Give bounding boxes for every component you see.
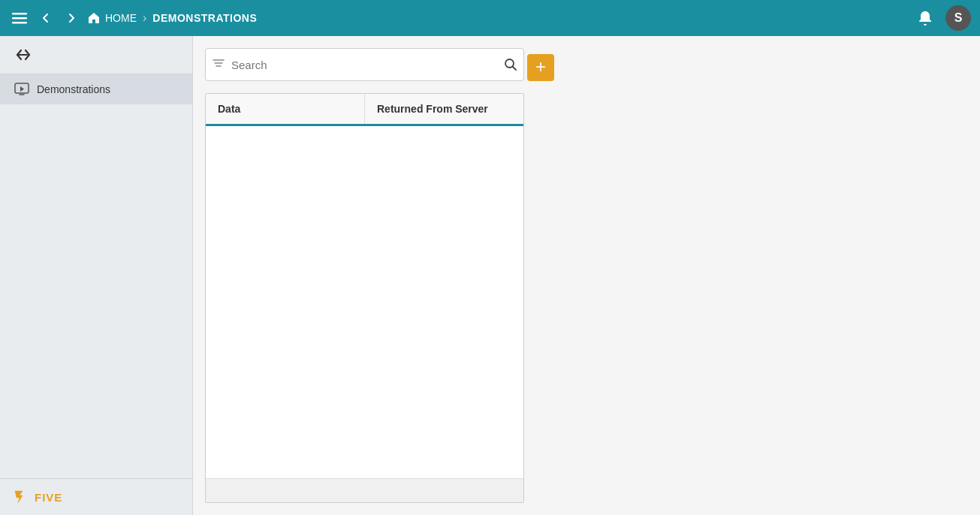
monitor-play-icon [14, 82, 29, 97]
notification-button[interactable] [914, 7, 936, 29]
five-logo: FIVE [12, 488, 180, 506]
bell-icon [917, 10, 933, 26]
sidebar: Demonstrations FIVE [0, 36, 193, 515]
home-icon [87, 11, 101, 25]
column-returned: Returned From Server [365, 94, 523, 124]
topbar-left: HOME › DEMONSTRATIONS [9, 8, 908, 29]
table-body [206, 126, 523, 478]
sidebar-toggle-button[interactable] [12, 45, 35, 65]
back-button[interactable] [36, 8, 56, 28]
topbar: HOME › DEMONSTRATIONS S [0, 0, 980, 36]
search-button[interactable] [504, 58, 517, 71]
content-area: + Data Returned From Server [193, 36, 980, 515]
svg-rect-2 [12, 22, 27, 24]
toggle-arrows-icon [15, 48, 32, 62]
svg-line-10 [513, 67, 517, 71]
hamburger-icon [12, 11, 27, 26]
sidebar-item-label: Demonstrations [37, 83, 110, 95]
back-arrow-icon [39, 11, 53, 25]
svg-rect-1 [12, 17, 27, 20]
data-table: Data Returned From Server [205, 93, 524, 503]
add-button[interactable]: + [527, 54, 554, 81]
svg-rect-0 [12, 13, 27, 15]
breadcrumb-current: DEMONSTRATIONS [152, 12, 257, 24]
table-footer [206, 478, 523, 502]
avatar[interactable]: S [945, 5, 971, 31]
forward-arrow-icon [65, 11, 78, 25]
search-input[interactable] [231, 59, 498, 71]
home-link[interactable]: HOME [87, 11, 137, 25]
topbar-right: S [914, 5, 971, 31]
filter-icon [212, 56, 225, 73]
menu-button[interactable] [9, 8, 30, 29]
sidebar-item-demonstrations[interactable]: Demonstrations [0, 74, 192, 104]
home-label: HOME [105, 12, 137, 24]
table-header: Data Returned From Server [206, 94, 523, 126]
five-logo-icon [12, 488, 30, 506]
column-data: Data [206, 94, 365, 124]
search-bar [205, 48, 524, 81]
sidebar-bottom: FIVE [0, 478, 192, 515]
plus-icon: + [535, 58, 546, 76]
svg-marker-5 [15, 491, 23, 503]
breadcrumb-separator: › [143, 11, 146, 25]
forward-button[interactable] [62, 8, 81, 28]
sidebar-toggle-row [0, 36, 192, 74]
search-icon [504, 58, 517, 71]
sidebar-nav: Demonstrations [0, 74, 192, 478]
logo-text: FIVE [35, 491, 62, 504]
search-row: + [205, 48, 968, 87]
main-layout: Demonstrations FIVE [0, 36, 980, 515]
